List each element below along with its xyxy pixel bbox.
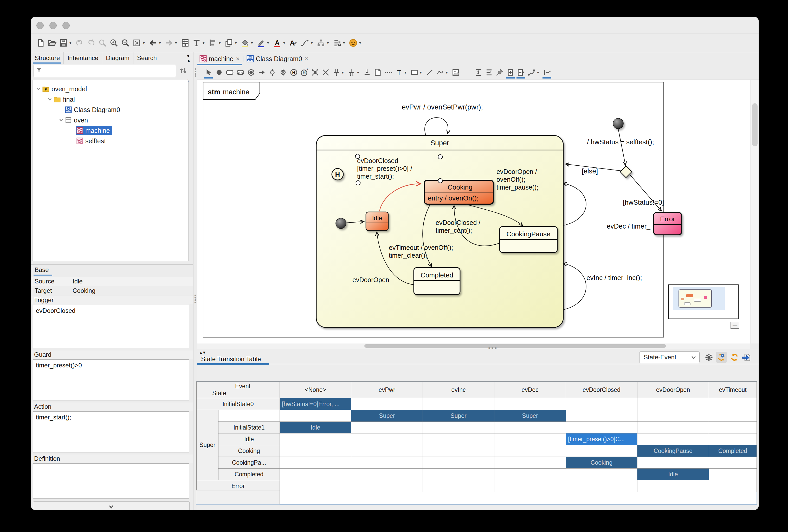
selection-handle[interactable]: [355, 154, 360, 159]
dropdown-caret-icon[interactable]: ▾: [343, 41, 347, 45]
state-completed-name[interactable]: Completed: [420, 271, 453, 279]
state-cooking-entry[interactable]: entry / ovenOn();: [428, 194, 478, 202]
label-pause-cooking-2[interactable]: timer_cont();: [436, 227, 472, 234]
join-bar-icon[interactable]: [347, 66, 357, 79]
fill-color-icon[interactable]: [239, 37, 251, 48]
prop-row-source[interactable]: Source Idle: [31, 277, 193, 286]
refresh-icon[interactable]: [729, 352, 740, 363]
image-icon[interactable]: [450, 66, 461, 79]
tab-search[interactable]: Search: [133, 52, 160, 64]
stt-row-InitialState0[interactable]: InitialState0: [197, 398, 280, 410]
label-cooking-pause-1[interactable]: evDoorOpen /: [496, 168, 537, 175]
indent-icon[interactable]: [542, 66, 552, 79]
dropdown-caret-icon[interactable]: ▾: [405, 70, 409, 75]
tree-item-final[interactable]: final: [33, 94, 188, 104]
line-icon[interactable]: [425, 66, 435, 79]
stt-row-Idle[interactable]: Idle: [218, 433, 280, 445]
stt-cell[interactable]: [351, 433, 423, 445]
stt-cell[interactable]: [566, 480, 637, 492]
titlebar[interactable]: [31, 17, 759, 34]
initial-state-1[interactable]: [336, 218, 346, 229]
state-idle-name[interactable]: Idle: [372, 215, 382, 221]
tree-caret-icon[interactable]: [46, 98, 53, 101]
dropdown-caret-icon[interactable]: ▾: [327, 41, 331, 45]
stt-cell[interactable]: [494, 422, 566, 433]
stt-cell[interactable]: [566, 398, 637, 410]
select-tool-icon[interactable]: [203, 66, 214, 79]
stt-cell[interactable]: [709, 457, 757, 469]
connector-icon[interactable]: [299, 37, 310, 48]
stt-cell[interactable]: [566, 469, 637, 480]
stt-cell[interactable]: [637, 422, 709, 433]
diagram-canvas[interactable]: stm machine evPwr / ovenSetPwr(pwr); Sup…: [197, 80, 750, 343]
zoom-in-icon[interactable]: [109, 37, 119, 48]
junction-icon[interactable]: [267, 66, 277, 79]
tab-diagram[interactable]: Diagram: [102, 52, 133, 64]
choice-pseudostate[interactable]: [620, 166, 632, 178]
selection-handle[interactable]: [356, 181, 360, 185]
stt-cell[interactable]: [280, 445, 351, 457]
tab-class-diagram0[interactable]: Class Diagram0 ×: [244, 52, 311, 65]
dropdown-caret-icon[interactable]: ▾: [311, 41, 315, 45]
stt-cell[interactable]: [566, 410, 637, 422]
stt-col-evDec[interactable]: evDec: [494, 382, 566, 398]
label-cooking-pause-2[interactable]: ovenOff();: [496, 176, 525, 183]
stt-cell[interactable]: [351, 445, 423, 457]
redo-icon[interactable]: [85, 37, 97, 48]
label-idle-cooking-3[interactable]: timer_start();: [357, 173, 394, 180]
stt-cell[interactable]: [637, 398, 709, 410]
dropdown-caret-icon[interactable]: ▾: [283, 41, 288, 45]
stt-cell[interactable]: [637, 457, 709, 469]
stt-cell[interactable]: [709, 433, 757, 445]
stt-cell[interactable]: Super: [351, 410, 423, 422]
state-error-name[interactable]: Error: [660, 215, 675, 223]
label-cooking-pause-3[interactable]: timer_pause();: [496, 183, 538, 191]
stt-cell[interactable]: [566, 445, 637, 457]
stt-cell[interactable]: Idle: [637, 469, 709, 480]
dropdown-caret-icon[interactable]: ▾: [537, 70, 541, 75]
deep-history-icon[interactable]: H*: [299, 66, 310, 79]
freehand-icon[interactable]: [435, 66, 446, 79]
label-evdec[interactable]: evDec / timer_: [607, 222, 650, 230]
text-icon[interactable]: T: [394, 66, 404, 79]
trigger-field[interactable]: evDoorClosed: [33, 305, 189, 348]
final-state-icon[interactable]: [246, 66, 256, 79]
link-icon[interactable]: [526, 66, 537, 79]
nav-back-icon[interactable]: [147, 37, 158, 48]
stt-col-evDoorOpen[interactable]: evDoorOpen: [637, 382, 709, 398]
tree-caret-icon[interactable]: [58, 119, 64, 122]
state-super-name[interactable]: Super: [430, 139, 449, 147]
note-icon[interactable]: [372, 66, 383, 79]
stt-cell[interactable]: Idle: [280, 422, 351, 433]
stt-cell[interactable]: [709, 422, 757, 433]
dropdown-caret-icon[interactable]: ▾: [251, 41, 255, 45]
stt-cell[interactable]: [280, 457, 351, 469]
nav-forward-icon[interactable]: [163, 37, 175, 48]
close-tab-icon[interactable]: ×: [236, 55, 240, 62]
tree-item-machine[interactable]: machine: [33, 125, 188, 136]
tab-state-transition-table[interactable]: State Transition Table: [201, 355, 261, 363]
scrollbar-thumb[interactable]: [365, 344, 666, 348]
transition-evdec-selfloop[interactable]: [563, 183, 586, 225]
label-evpwr[interactable]: evPwr / ovenSetPwr(pwr);: [402, 103, 483, 111]
submachine-state-icon[interactable]: [235, 66, 245, 79]
new-file-icon[interactable]: [35, 37, 46, 48]
stt-col-evTimeout[interactable]: evTimeout: [709, 382, 757, 398]
align-shapes-icon[interactable]: [207, 37, 218, 48]
collapse-icon[interactable]: [516, 66, 526, 79]
initial-state-0[interactable]: [613, 118, 623, 129]
stt-cell[interactable]: [423, 457, 494, 469]
stt-col-None[interactable]: <None>: [280, 382, 351, 398]
panel-collapse-icons[interactable]: ▲▼: [199, 350, 206, 355]
selection-handle[interactable]: [438, 179, 442, 183]
stt-cell[interactable]: [494, 457, 566, 469]
stt-cell[interactable]: CookingPause: [637, 445, 709, 457]
copy-style-icon[interactable]: [223, 37, 234, 48]
pushpin-icon[interactable]: [494, 66, 505, 79]
tab-machine[interactable]: machine ×: [197, 52, 242, 65]
label-cooking-completed-1[interactable]: evTimeout / ovenOff();: [389, 244, 453, 251]
outline-icon[interactable]: [332, 37, 342, 48]
line-color-icon[interactable]: [256, 37, 267, 48]
stt-cell[interactable]: [280, 480, 351, 492]
dropdown-caret-icon[interactable]: ▾: [267, 41, 271, 45]
